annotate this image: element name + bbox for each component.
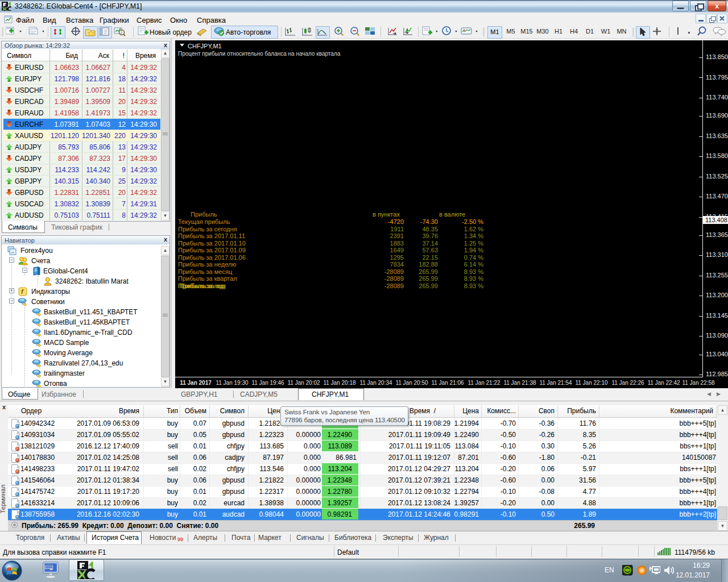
svg-text:vx: vx <box>11 251 14 254</box>
